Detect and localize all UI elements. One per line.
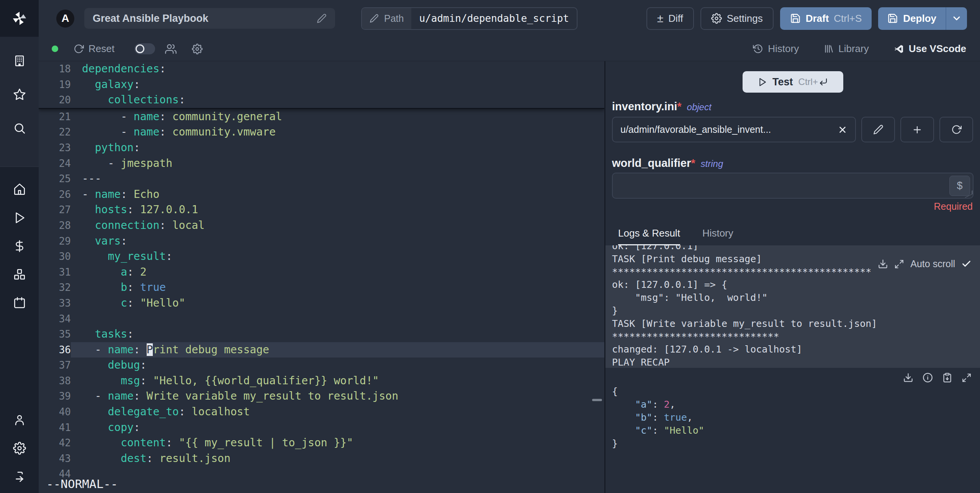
line-number: 21 bbox=[39, 109, 71, 125]
tab-history[interactable]: History bbox=[702, 227, 733, 245]
edit-resource-button[interactable] bbox=[861, 117, 895, 142]
history-button[interactable]: History bbox=[753, 43, 799, 55]
code-text: c: "Hello" bbox=[71, 295, 604, 311]
code-line[interactable]: 38 msg: "Hello, {{world_qualifier}} worl… bbox=[39, 373, 604, 389]
code-line[interactable]: 37 debug: bbox=[39, 358, 604, 373]
code-line[interactable]: 36 - name: Print debug message bbox=[39, 342, 604, 358]
log-output-panel[interactable]: ok: [127.0.0.1]TASK [Print debug message… bbox=[605, 245, 980, 368]
code-line[interactable]: 35 tasks: bbox=[39, 326, 604, 342]
refresh-resource-button[interactable] bbox=[939, 117, 973, 142]
world-qualifier-textarea[interactable]: $ bbox=[612, 173, 973, 199]
required-asterisk: * bbox=[677, 100, 681, 113]
code-line[interactable]: 27 hosts: 127.0.0.1 bbox=[39, 202, 604, 218]
log-line: TASK [Write variable my_result to result… bbox=[605, 317, 980, 330]
vim-mode-status: --NORMAL-- bbox=[46, 477, 118, 491]
variables-dollar-icon[interactable] bbox=[12, 239, 27, 253]
expand-result-icon[interactable] bbox=[962, 372, 972, 383]
schedules-calendar-icon[interactable] bbox=[12, 295, 27, 310]
collaborators-users-icon[interactable] bbox=[165, 43, 177, 55]
path-value: u/admin/dependable_script bbox=[411, 8, 576, 29]
download-result-icon[interactable] bbox=[903, 372, 913, 383]
path-label-section[interactable]: Path bbox=[362, 8, 411, 29]
download-logs-icon[interactable] bbox=[878, 259, 888, 269]
use-vscode-button[interactable]: Use VScode bbox=[893, 43, 966, 55]
code-line[interactable]: 24 - jmespath bbox=[39, 156, 604, 171]
clear-x-icon[interactable] bbox=[838, 125, 847, 135]
tab-logs-result[interactable]: Logs & Result bbox=[618, 227, 680, 245]
insert-variable-dollar-button[interactable]: $ bbox=[949, 176, 970, 196]
favorites-star-icon[interactable] bbox=[12, 87, 27, 102]
code-line[interactable]: 32 b: true bbox=[39, 280, 604, 295]
workspace-building-icon[interactable] bbox=[12, 54, 27, 68]
toolbar-right-group: History Library Use VScode bbox=[753, 43, 966, 55]
code-line[interactable]: 30 my_result: bbox=[39, 249, 604, 264]
code-line[interactable]: 29 vars: bbox=[39, 233, 604, 249]
expand-logs-icon[interactable] bbox=[894, 259, 904, 269]
sticky-scroll-lines[interactable]: 18dependencies:19 galaxy:20 collections: bbox=[39, 61, 604, 109]
code-line[interactable]: 21 - name: community.general bbox=[39, 109, 604, 125]
runs-play-icon[interactable] bbox=[12, 211, 27, 225]
code-line[interactable]: 39 - name: Write variable my_result to r… bbox=[39, 389, 604, 404]
edit-title-pencil-icon[interactable] bbox=[317, 13, 327, 23]
line-number: 35 bbox=[39, 326, 71, 342]
test-button[interactable]: Test Ctrl+ bbox=[743, 71, 843, 93]
reset-button[interactable]: Reset bbox=[74, 43, 115, 55]
editor-settings-gear-icon[interactable] bbox=[192, 44, 203, 54]
code-line[interactable]: 34 bbox=[39, 311, 604, 327]
resources-cubes-icon[interactable] bbox=[12, 267, 27, 282]
code-line[interactable]: 31 a: 2 bbox=[39, 264, 604, 280]
script-title-input[interactable]: Great Ansible Playbook bbox=[84, 8, 335, 29]
result-info-icon[interactable] bbox=[923, 372, 933, 383]
search-icon[interactable] bbox=[12, 121, 27, 135]
code-line[interactable]: 18dependencies: bbox=[39, 61, 604, 77]
line-number: 29 bbox=[39, 233, 71, 249]
deploy-button[interactable]: Deploy bbox=[878, 7, 946, 30]
log-line: PLAY RECAP bbox=[605, 356, 980, 368]
library-button[interactable]: Library bbox=[823, 43, 869, 55]
code-line[interactable]: 26- name: Echo bbox=[39, 187, 604, 202]
deploy-dropdown-button[interactable] bbox=[946, 7, 967, 30]
code-line[interactable]: 42 content: "{{ my_result | to_json }}" bbox=[39, 435, 604, 451]
auto-scroll-check-icon[interactable] bbox=[961, 259, 972, 269]
result-json-line: "b": true, bbox=[612, 411, 980, 424]
user-icon[interactable] bbox=[12, 413, 27, 427]
code-line[interactable]: 41 copy: bbox=[39, 420, 604, 436]
code-lines[interactable]: 21 - name: community.general22 - name: c… bbox=[39, 109, 604, 482]
add-resource-button[interactable] bbox=[900, 117, 934, 142]
path-widget[interactable]: Path u/admin/dependable_script bbox=[361, 7, 578, 30]
line-number: 34 bbox=[39, 311, 71, 327]
code-line[interactable]: 40 delegate_to: localhost bbox=[39, 404, 604, 420]
pencil-icon bbox=[873, 124, 883, 135]
code-line[interactable]: 44 bbox=[39, 466, 604, 482]
code-line[interactable]: 19 galaxy: bbox=[39, 77, 604, 93]
code-editor[interactable]: 18dependencies:19 galaxy:20 collections:… bbox=[39, 61, 604, 493]
settings-gear-icon[interactable] bbox=[12, 441, 27, 455]
line-number: 23 bbox=[39, 140, 71, 156]
code-line[interactable]: 23 python: bbox=[39, 140, 604, 156]
code-text: debug: bbox=[71, 358, 604, 373]
home-icon[interactable] bbox=[12, 182, 27, 197]
edit-path-pencil-icon bbox=[370, 14, 379, 23]
code-line[interactable]: 33 c: "Hello" bbox=[39, 295, 604, 311]
log-line: } bbox=[605, 304, 980, 317]
code-line[interactable]: 25--- bbox=[39, 171, 604, 187]
settings-button[interactable]: Settings bbox=[700, 7, 774, 30]
code-text: - name: Write variable my_result to resu… bbox=[71, 389, 604, 404]
code-line[interactable]: 20 collections: bbox=[39, 92, 604, 108]
diff-button[interactable]: ± Diff bbox=[646, 7, 694, 30]
code-line[interactable]: 28 connection: local bbox=[39, 218, 604, 233]
windmill-logo[interactable] bbox=[0, 0, 39, 37]
logout-icon[interactable] bbox=[12, 469, 27, 484]
inventory-resource-input[interactable]: u/admin/favorable_ansible_invent... bbox=[612, 117, 856, 142]
draft-button[interactable]: Draft Ctrl+S bbox=[780, 7, 872, 30]
sidebar-nav-group bbox=[0, 167, 39, 310]
result-json-viewer[interactable]: { "a": 2, "b": true, "c": "Hello"} bbox=[605, 385, 980, 450]
code-line[interactable]: 43 dest: result.json bbox=[39, 451, 604, 467]
copy-result-clipboard-icon[interactable] bbox=[942, 372, 952, 383]
code-line[interactable]: 22 - name: community.vmware bbox=[39, 124, 604, 140]
arg-type: object bbox=[687, 102, 712, 113]
connection-status-dot bbox=[52, 46, 58, 52]
editor-scrollbar-marker[interactable] bbox=[592, 399, 602, 401]
editor-toolbar: Reset History Library bbox=[39, 37, 980, 61]
assistant-toggle[interactable] bbox=[134, 43, 155, 54]
